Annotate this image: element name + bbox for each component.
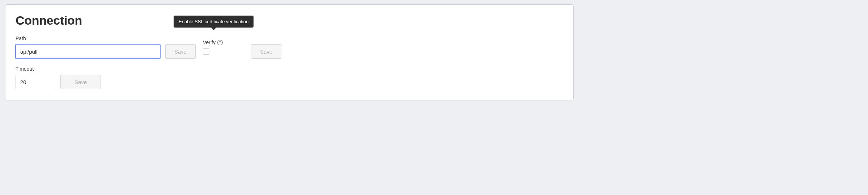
connection-panel: Connection Enable SSL certificate verifi… bbox=[5, 4, 574, 100]
verify-tooltip: Enable SSL certificate verification bbox=[174, 16, 254, 28]
verify-checkbox[interactable] bbox=[203, 48, 209, 55]
verify-label-row: Verify ? bbox=[203, 40, 223, 45]
save-timeout-button[interactable]: Save bbox=[60, 75, 101, 89]
verify-label: Verify bbox=[203, 40, 216, 45]
save-path-button[interactable]: Save bbox=[165, 44, 196, 59]
timeout-input[interactable] bbox=[16, 75, 55, 89]
help-icon[interactable]: ? bbox=[217, 40, 223, 45]
path-field-group: Path bbox=[16, 36, 160, 59]
path-label: Path bbox=[16, 36, 160, 41]
section-title: Connection bbox=[16, 13, 563, 28]
save-verify-button[interactable]: Save bbox=[251, 44, 281, 59]
verify-field-group: Verify ? bbox=[203, 40, 223, 59]
row-path-verify: Path Save Verify ? Save bbox=[16, 36, 563, 59]
row-timeout: Timeout Save bbox=[16, 66, 563, 89]
timeout-label: Timeout bbox=[16, 66, 55, 72]
timeout-field-group: Timeout bbox=[16, 66, 55, 89]
path-input[interactable] bbox=[16, 44, 160, 59]
